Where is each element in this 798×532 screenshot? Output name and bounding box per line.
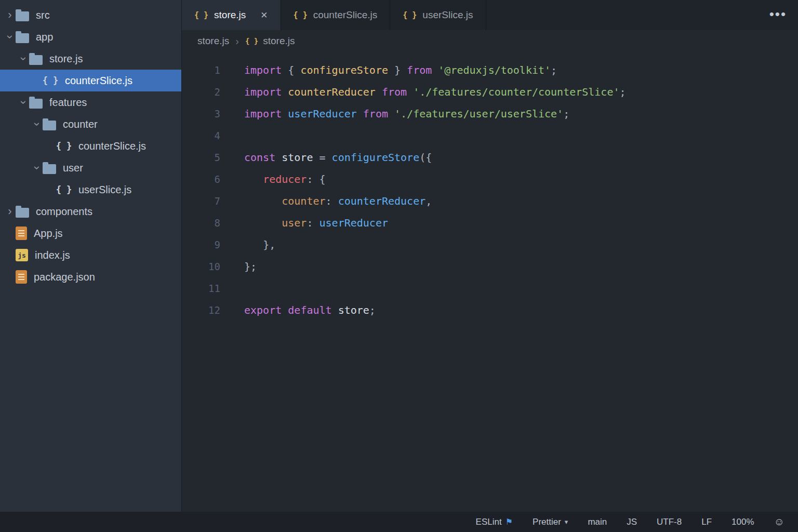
- code-line[interactable]: 10};: [182, 256, 798, 277]
- folder-icon: [16, 11, 29, 21]
- tree-item-counterslice-js[interactable]: { }counterSlice.js: [0, 135, 181, 157]
- code-line[interactable]: 2import counterReducer from './features/…: [182, 81, 798, 103]
- status-label: ESLint: [476, 517, 502, 527]
- feedback[interactable]: ☺: [774, 516, 784, 528]
- code-token: counterReducer: [338, 195, 426, 207]
- code-token: from: [382, 86, 407, 98]
- tree-item-app-js[interactable]: App.js: [0, 222, 181, 244]
- zoom-level[interactable]: 100%: [732, 517, 754, 527]
- tree-item-label: index.js: [35, 249, 70, 261]
- code-token: store: [282, 151, 313, 164]
- code-line[interactable]: 12export default store;: [182, 299, 798, 321]
- chevron-down-icon[interactable]: ›: [4, 31, 16, 43]
- status-label: 100%: [732, 517, 754, 527]
- code-token: ,: [425, 195, 432, 207]
- code-token: ;: [369, 304, 376, 316]
- line-number: 7: [182, 190, 220, 212]
- code-token: counterReducer: [288, 86, 376, 98]
- folder-icon: [29, 55, 43, 65]
- more-actions-icon[interactable]: •••: [769, 7, 787, 21]
- tab-userslice-js[interactable]: { }userSlice.js: [390, 0, 486, 30]
- code-line[interactable]: 8 user: userReducer: [182, 212, 798, 234]
- tree-item-label: counter: [63, 118, 98, 130]
- code-token: './features/counter/counterSlice': [413, 86, 619, 98]
- tree-item-components[interactable]: ›components: [0, 201, 181, 222]
- chevron-down-icon[interactable]: ›: [31, 162, 43, 174]
- end-of-line[interactable]: LF: [701, 517, 712, 527]
- language-mode[interactable]: JS: [627, 517, 637, 527]
- code-line[interactable]: 7 counter: counterReducer,: [182, 190, 798, 212]
- chevron-down-icon[interactable]: ›: [31, 118, 43, 130]
- breadcrumb: store.js›{ }store.js: [182, 30, 798, 52]
- tree-item-label: counterSlice.js: [65, 75, 132, 87]
- tree-item-package-json[interactable]: package.json: [0, 266, 181, 288]
- code-token: ;: [551, 64, 557, 76]
- tree-item-counterslice-js[interactable]: { }counterSlice.js: [0, 70, 181, 91]
- code-line[interactable]: 4: [182, 125, 798, 147]
- braces-icon: { }: [43, 75, 58, 86]
- code-text: },: [244, 234, 275, 256]
- tab-bar: { }store.js✕{ }counterSlice.js{ }userSli…: [182, 0, 798, 30]
- close-icon[interactable]: ✕: [260, 10, 268, 21]
- encoding[interactable]: UTF-8: [657, 517, 682, 527]
- code-token: const: [244, 151, 282, 164]
- tree-item-counter[interactable]: ›counter: [0, 113, 181, 135]
- tree-item-label: package.json: [34, 271, 95, 283]
- line-number: 10: [182, 256, 220, 277]
- breadcrumb-label: store.js: [197, 35, 229, 47]
- code-token: configureStore: [300, 64, 388, 76]
- chevron-right-icon[interactable]: ›: [4, 9, 16, 21]
- code-editor-window: ›src›app›store.js{ }counterSlice.js›feat…: [0, 0, 798, 532]
- code-token: [376, 86, 382, 98]
- tree-item-features[interactable]: ›features: [0, 91, 181, 113]
- eslint-status[interactable]: ESLint⚑: [476, 517, 513, 527]
- code-line[interactable]: 3import userReducer from './features/use…: [182, 103, 798, 125]
- status-bar: ESLint⚑Prettier▾mainJSUTF-8LF100%☺: [0, 512, 798, 532]
- code-token: counter: [282, 195, 325, 207]
- tree-item-index-js[interactable]: jsindex.js: [0, 244, 181, 266]
- breadcrumb-segment[interactable]: store.js: [197, 35, 229, 47]
- code-token: ({: [419, 151, 432, 164]
- code-editor[interactable]: 1import { configureStore } from '@reduxj…: [182, 52, 798, 512]
- code-token: import: [244, 86, 288, 98]
- tab-counterslice-js[interactable]: { }counterSlice.js: [281, 0, 391, 30]
- js-file-icon: js: [16, 249, 28, 261]
- code-line[interactable]: 1import { configureStore } from '@reduxj…: [182, 59, 798, 81]
- status-label: JS: [627, 517, 637, 527]
- braces-icon: { }: [403, 10, 417, 20]
- tree-item-src[interactable]: ›src: [0, 4, 181, 26]
- tree-item-label: user: [63, 162, 83, 174]
- code-text: counter: counterReducer,: [244, 190, 432, 212]
- editor-area: { }store.js✕{ }counterSlice.js{ }userSli…: [182, 0, 798, 512]
- git-branch[interactable]: main: [588, 517, 607, 527]
- tab-store-js[interactable]: { }store.js✕: [182, 0, 281, 30]
- line-number: 1: [182, 59, 220, 81]
- tree-item-user[interactable]: ›user: [0, 157, 181, 179]
- code-line[interactable]: 6 reducer: {: [182, 168, 798, 190]
- breadcrumb-segment[interactable]: { }store.js: [245, 35, 295, 47]
- tree-item-store-js[interactable]: ›store.js: [0, 48, 181, 70]
- code-line[interactable]: 5const store = configureStore({: [182, 147, 798, 168]
- chevron-down-icon[interactable]: ›: [18, 53, 29, 64]
- tree-item-app[interactable]: ›app: [0, 26, 181, 48]
- line-number: 8: [182, 212, 220, 234]
- chevron-right-icon[interactable]: ›: [4, 206, 16, 217]
- code-token: [357, 108, 363, 120]
- braces-icon: { }: [245, 37, 258, 45]
- tree-item-userslice-js[interactable]: { }userSlice.js: [0, 179, 181, 201]
- chevron-down-icon[interactable]: ›: [18, 97, 29, 108]
- tab-label: counterSlice.js: [313, 9, 378, 21]
- tree-item-label: userSlice.js: [78, 184, 131, 196]
- code-text: import userReducer from './features/user…: [244, 103, 569, 125]
- code-line[interactable]: 11: [182, 277, 798, 299]
- line-number: 3: [182, 103, 220, 125]
- code-token: './features/user/userSlice': [394, 108, 563, 120]
- folder-icon: [16, 33, 29, 43]
- prettier-status[interactable]: Prettier▾: [533, 517, 568, 527]
- file-explorer: ›src›app›store.js{ }counterSlice.js›feat…: [0, 0, 182, 512]
- code-token: reducer: [263, 173, 307, 185]
- code-token: }: [388, 64, 407, 76]
- code-token: from: [407, 64, 432, 76]
- code-line[interactable]: 9 },: [182, 234, 798, 256]
- feedback-smiley-icon: ☺: [774, 516, 784, 528]
